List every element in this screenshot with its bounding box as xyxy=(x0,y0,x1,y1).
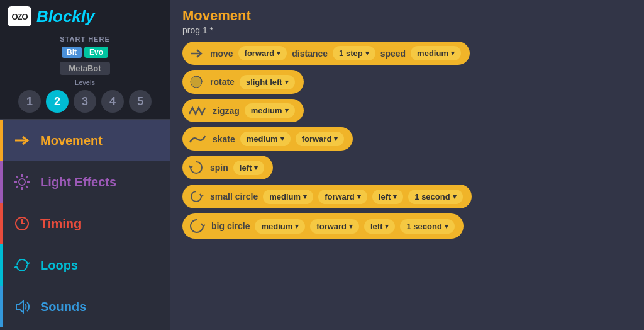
level-1-button[interactable]: 1 xyxy=(18,90,41,113)
metabot-badge[interactable]: MetaBot xyxy=(60,62,109,75)
distance-label: distance xyxy=(292,48,328,59)
skate-direction-dropdown[interactable]: forward xyxy=(296,132,345,146)
light-effects-color-bar xyxy=(0,161,3,203)
move-block[interactable]: move forward distance 1 step speed mediu… xyxy=(182,42,470,65)
start-here-label: START HERE xyxy=(60,35,109,43)
move-direction-dropdown[interactable]: forward xyxy=(238,46,287,60)
svg-marker-13 xyxy=(16,301,23,312)
big-circle-direction-dropdown[interactable]: forward xyxy=(310,219,359,234)
small-circle-time-dropdown[interactable]: 1 second xyxy=(408,190,462,204)
zigzag-block[interactable]: zigzag medium xyxy=(182,99,304,122)
small-circle-block-row: small circle medium forward left 1 secon… xyxy=(182,185,631,208)
svg-line-8 xyxy=(26,176,28,178)
spin-block[interactable]: spin left xyxy=(182,156,273,179)
big-circle-label: big circle xyxy=(211,221,250,231)
move-speed-dropdown[interactable]: medium xyxy=(411,46,461,60)
sidebar-item-timing[interactable]: Timing xyxy=(0,203,170,244)
loops-color-bar xyxy=(0,244,3,286)
level-2-button[interactable]: 2 xyxy=(46,90,69,113)
level-3-button[interactable]: 3 xyxy=(74,90,96,113)
small-circle-speed-dropdown[interactable]: medium xyxy=(263,190,313,204)
skate-block-row: skate medium forward xyxy=(182,127,631,151)
big-circle-block[interactable]: big circle medium forward left 1 second xyxy=(182,213,464,239)
ozo-logo-text: OZO xyxy=(11,12,27,21)
skate-block[interactable]: skate medium forward xyxy=(182,127,353,151)
sounds-color-bar xyxy=(0,286,3,327)
sidebar-item-light-effects[interactable]: Light Effects xyxy=(0,161,170,203)
sidebar-item-sounds[interactable]: Sounds xyxy=(0,286,170,327)
svg-line-6 xyxy=(16,176,18,178)
speed-label: speed xyxy=(380,48,406,59)
sounds-icon xyxy=(13,297,31,316)
movement-color-bar xyxy=(0,120,3,161)
timing-color-bar xyxy=(0,203,3,244)
sidebar: OZO Blockly START HERE Bit Evo MetaBot L… xyxy=(0,0,170,330)
light-effects-label: Light Effects xyxy=(40,175,116,190)
spin-block-row: spin left xyxy=(182,156,631,179)
levels-label: Levels xyxy=(75,79,95,86)
rotate-block[interactable]: rotate slight left xyxy=(182,70,304,94)
level-buttons: 1 2 3 4 5 xyxy=(18,90,152,113)
move-distance-dropdown[interactable]: 1 step xyxy=(333,46,375,60)
blocks-area: move forward distance 1 step speed mediu… xyxy=(182,42,631,322)
rotate-block-row: rotate slight left xyxy=(182,70,631,94)
zigzag-label: zigzag xyxy=(213,106,240,116)
small-circle-label: small circle xyxy=(210,191,258,202)
svg-point-1 xyxy=(19,179,25,185)
skate-label: skate xyxy=(213,134,235,144)
zigzag-block-row: zigzag medium xyxy=(182,99,631,122)
big-circle-block-row: big circle medium forward left 1 second xyxy=(182,213,631,239)
big-circle-speed-dropdown[interactable]: medium xyxy=(255,219,305,234)
spin-label: spin xyxy=(210,162,228,173)
small-circle-direction-dropdown[interactable]: forward xyxy=(318,190,367,204)
svg-line-7 xyxy=(26,186,28,188)
spin-direction-dropdown[interactable]: left xyxy=(233,161,265,175)
logo-area: OZO Blockly xyxy=(0,0,170,31)
main-content: Movement prog 1 * move forward distance … xyxy=(170,0,644,330)
rotate-direction-dropdown[interactable]: slight left xyxy=(240,75,295,89)
badge-bit[interactable]: Bit xyxy=(62,47,82,58)
move-block-row: move forward distance 1 step speed mediu… xyxy=(182,42,631,65)
loops-label: Loops xyxy=(40,258,78,273)
big-circle-time-dropdown[interactable]: 1 second xyxy=(400,219,454,234)
ozo-logo: OZO xyxy=(8,6,31,26)
small-circle-turn-dropdown[interactable]: left xyxy=(372,190,404,204)
prog-label: prog 1 * xyxy=(182,25,631,35)
zigzag-speed-dropdown[interactable]: medium xyxy=(245,103,295,118)
small-circle-block[interactable]: small circle medium forward left 1 secon… xyxy=(182,185,472,208)
sounds-label: Sounds xyxy=(40,300,86,314)
rotate-label: rotate xyxy=(210,77,235,87)
timing-label: Timing xyxy=(40,217,81,231)
level-5-button[interactable]: 5 xyxy=(129,90,152,113)
move-label: move xyxy=(210,48,233,59)
nav-items: Movement Light Effects xyxy=(0,120,170,330)
loops-icon xyxy=(13,256,31,275)
sidebar-item-loops[interactable]: Loops xyxy=(0,244,170,286)
main-title: Movement xyxy=(182,8,631,24)
timing-icon xyxy=(13,214,31,233)
light-effects-icon xyxy=(13,173,31,191)
robot-badges: Bit Evo xyxy=(62,47,108,58)
blockly-title: Blockly xyxy=(36,7,95,26)
movement-label: Movement xyxy=(40,134,103,148)
badge-evo[interactable]: Evo xyxy=(84,47,108,58)
movement-icon xyxy=(13,131,31,150)
level-4-button[interactable]: 4 xyxy=(101,90,124,113)
big-circle-turn-dropdown[interactable]: left xyxy=(364,219,396,234)
sidebar-item-movement[interactable]: Movement xyxy=(0,120,170,161)
start-here-section: START HERE Bit Evo MetaBot Levels 1 2 3 … xyxy=(0,31,170,120)
skate-speed-dropdown[interactable]: medium xyxy=(240,132,291,146)
svg-line-9 xyxy=(16,186,18,188)
